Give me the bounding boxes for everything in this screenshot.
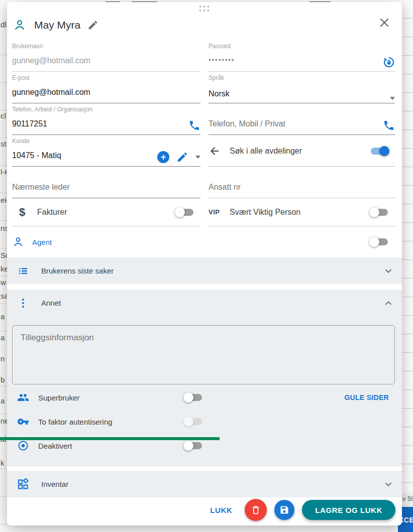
delete-button[interactable] bbox=[245, 499, 267, 521]
manager-field-wrap bbox=[12, 167, 200, 198]
close-button[interactable]: LUKK bbox=[210, 506, 232, 514]
vip-row: VIP Svært Viktig Person bbox=[209, 198, 395, 226]
vertical-dots-icon bbox=[17, 297, 29, 309]
deactivated-toggle[interactable] bbox=[185, 442, 202, 449]
chevron-down-icon[interactable] bbox=[383, 265, 394, 277]
deactivated-label: Deaktivert bbox=[38, 442, 72, 450]
bg-text-fragment: k bbox=[1, 459, 5, 467]
arrow-left-icon[interactable] bbox=[209, 145, 221, 157]
gule-sider-link[interactable]: GULE SIDER bbox=[344, 393, 389, 402]
superuser-toggle[interactable] bbox=[185, 394, 202, 401]
work-phone-field-wrap: Telefon, Arbeid / Organisasjon bbox=[12, 103, 200, 135]
group-icon bbox=[17, 391, 29, 404]
password-label: Passord bbox=[209, 40, 395, 50]
username-label: Brukernavn bbox=[12, 40, 200, 50]
bg-text-fragment: ne bbox=[1, 417, 7, 425]
dollar-icon: $ bbox=[16, 206, 28, 219]
employee-no-input[interactable] bbox=[209, 180, 395, 196]
person-icon bbox=[13, 19, 26, 32]
edit-customer-icon[interactable] bbox=[176, 151, 188, 163]
trash-icon bbox=[250, 504, 261, 515]
bg-text-fragment: l-H bbox=[1, 168, 7, 176]
password-field-wrap: Passord bbox=[209, 40, 395, 72]
save-and-close-button[interactable]: LAGRE OG LUKK bbox=[302, 500, 395, 520]
username-input[interactable] bbox=[12, 53, 200, 70]
phone-icon[interactable] bbox=[188, 119, 200, 131]
bg-right-strip bbox=[402, 0, 413, 506]
search-all-departments-toggle[interactable] bbox=[371, 148, 388, 155]
agent-toggle[interactable] bbox=[371, 238, 388, 245]
section-inventar-label: Inventar bbox=[41, 480, 68, 488]
list-icon bbox=[17, 265, 29, 277]
drag-handle-icon[interactable] bbox=[199, 6, 210, 12]
user-form: Brukernavn Passord E-post Språk Nor bbox=[7, 37, 402, 226]
agent-row: Agent bbox=[7, 226, 402, 257]
chevron-down-icon[interactable] bbox=[383, 479, 394, 490]
user-edit-dialog: May Myra Brukernavn Passord bbox=[7, 2, 402, 525]
language-field-wrap: Språk Norsk bbox=[209, 72, 395, 103]
superuser-row: Superbruker GULE SIDER bbox=[12, 386, 395, 409]
invoice-label: Fakturer bbox=[37, 208, 67, 217]
additional-info-textarea[interactable] bbox=[21, 333, 386, 377]
bg-text-fragment: eig bbox=[1, 196, 7, 204]
bg-text-fragment: a bbox=[1, 333, 5, 342]
section-inventar[interactable]: Inventar bbox=[7, 471, 402, 497]
bg-text-fragment: ke bbox=[1, 264, 7, 273]
password-input[interactable] bbox=[209, 53, 395, 68]
invoice-toggle[interactable] bbox=[176, 209, 193, 216]
bg-text-fragment: n bbox=[1, 354, 5, 363]
customer-field-wrap: Kunde + bbox=[12, 135, 200, 167]
superuser-label: Superbruker bbox=[38, 393, 80, 402]
bg-left-strip: dliclstl-HeignsSclkewsaaanbanealk bbox=[0, 0, 7, 525]
email-field-wrap: E-post bbox=[12, 72, 200, 103]
bg-text-fragment: sa bbox=[1, 292, 7, 300]
phone-icon[interactable] bbox=[383, 119, 395, 131]
invoice-row: $ Fakturer bbox=[12, 198, 200, 226]
language-label: Språk bbox=[209, 72, 395, 81]
section-last-cases-label: Brukerens siste saker bbox=[41, 267, 114, 275]
agent-person-icon bbox=[12, 236, 24, 248]
key-icon bbox=[17, 416, 29, 428]
bg-text-fragment: a bbox=[1, 396, 5, 405]
two-factor-label: To faktor autentisering bbox=[38, 418, 113, 426]
chevron-down-icon[interactable] bbox=[195, 156, 200, 159]
vip-icon: VIP bbox=[209, 208, 223, 216]
bg-text-fragment: dli bbox=[1, 20, 7, 29]
edit-name-icon[interactable] bbox=[87, 20, 98, 31]
employee-no-field-wrap bbox=[209, 167, 395, 198]
customer-label: Kunde bbox=[12, 135, 200, 145]
section-last-cases[interactable]: Brukerens siste saker bbox=[7, 257, 402, 284]
close-icon[interactable] bbox=[378, 16, 391, 29]
bg-text-fragment: w bbox=[1, 278, 6, 287]
save-button[interactable] bbox=[274, 500, 294, 520]
widgets-icon bbox=[17, 478, 29, 490]
bg-text-fragment: cl bbox=[1, 111, 6, 120]
username-field-wrap: Brukernavn bbox=[12, 40, 200, 72]
bg-text-fragment: ns bbox=[1, 224, 7, 232]
mobile-phone-input[interactable] bbox=[209, 116, 395, 133]
radio-button-icon bbox=[17, 440, 29, 452]
search-all-departments-row: Søk i alle avdelinger bbox=[209, 135, 395, 167]
bg-text-fragment: b bbox=[1, 375, 5, 384]
manager-input[interactable] bbox=[12, 180, 200, 196]
email-input[interactable] bbox=[12, 85, 200, 101]
chevron-down-icon[interactable] bbox=[390, 97, 395, 100]
two-factor-row: To faktor autentisering bbox=[12, 411, 395, 433]
password-reset-icon[interactable] bbox=[383, 56, 395, 68]
vip-toggle[interactable] bbox=[371, 209, 388, 216]
search-all-departments-label: Søk i alle avdelinger bbox=[230, 147, 302, 156]
two-factor-toggle[interactable] bbox=[185, 418, 202, 425]
vip-label: Svært Viktig Person bbox=[230, 208, 300, 217]
annet-content: Superbruker GULE SIDER To faktor autenti… bbox=[7, 316, 402, 467]
email-label: E-post bbox=[12, 72, 200, 81]
bg-text-fragment: st bbox=[1, 140, 7, 148]
mobile-phone-field-wrap bbox=[209, 103, 395, 135]
add-customer-button[interactable]: + bbox=[157, 151, 169, 163]
section-annet[interactable]: Annet bbox=[7, 290, 402, 316]
language-select[interactable]: Norsk bbox=[209, 86, 395, 103]
work-phone-input[interactable] bbox=[12, 116, 200, 133]
work-phone-label: Telefon, Arbeid / Organisasjon bbox=[12, 103, 200, 113]
dialog-header: May Myra bbox=[13, 15, 395, 35]
bg-text-fragment: Scl bbox=[1, 251, 7, 259]
chevron-up-icon[interactable] bbox=[383, 298, 394, 309]
